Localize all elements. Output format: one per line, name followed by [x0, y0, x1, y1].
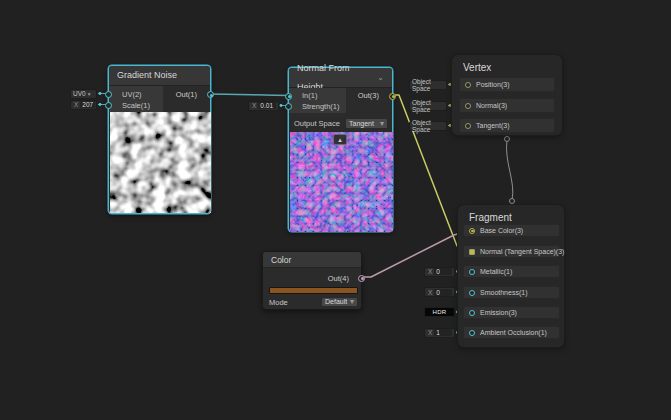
- smoothness-value-field[interactable]: X 0: [424, 287, 455, 297]
- metallic-value[interactable]: 0: [434, 268, 452, 275]
- gradient-noise-title-label: Gradient Noise: [117, 66, 177, 85]
- gradient-noise-scale-port[interactable]: [105, 102, 112, 109]
- nfh-out-port-dot: [392, 95, 395, 98]
- gradient-noise-out-port-dot: [210, 94, 213, 97]
- metallic-value-field[interactable]: X 0: [424, 267, 455, 277]
- fragment-metallic-label: Metallic(1): [480, 268, 512, 275]
- color-mode-value: Default: [325, 298, 347, 305]
- node-normal-from-height[interactable]: Normal From Height ⌄ In(1) Strength(1) O…: [288, 67, 393, 232]
- color-out-port[interactable]: [358, 275, 365, 282]
- ao-value-field[interactable]: X 1: [424, 328, 455, 338]
- fragment-basecolor-label: Base Color(3): [480, 227, 523, 234]
- vertex-position-label: Position(3): [476, 81, 509, 88]
- collapse-chevron-icon: ▴: [338, 136, 342, 143]
- strength-field-axis-label: X: [252, 102, 256, 109]
- strength-field-value[interactable]: 0.01: [258, 102, 276, 109]
- nfh-in-port-dot: [288, 95, 291, 98]
- vertex-block-title: Vertex: [452, 55, 562, 73]
- vertex-position-row[interactable]: Position(3): [459, 77, 555, 92]
- fragment-normal-row[interactable]: Normal (Tangent Space)(3): [463, 245, 560, 258]
- color-swatch[interactable]: [269, 287, 358, 294]
- fragment-metallic-row[interactable]: Metallic(1): [463, 265, 560, 278]
- tangent-space-value: Object Space: [412, 119, 444, 133]
- fragment-normal-port[interactable]: [469, 249, 475, 255]
- vertex-position-space-chip[interactable]: Object Space: [409, 80, 447, 90]
- fragment-block[interactable]: Fragment Base Color(3) Normal (Tangent S…: [458, 205, 564, 347]
- fragment-smoothness-port[interactable]: [469, 290, 475, 296]
- vertex-normal-row[interactable]: Normal(3): [459, 98, 555, 113]
- normal-space-value: Object Space: [412, 99, 444, 113]
- gradient-noise-scale-label: Scale(1): [122, 101, 150, 111]
- vertex-tangent-port[interactable]: [465, 123, 471, 129]
- metallic-axis-label: X: [428, 268, 432, 275]
- vertex-position-port[interactable]: [465, 82, 471, 88]
- nfh-strength-field[interactable]: X 0.01: [248, 101, 279, 111]
- edge-vertex-to-fragment-connector: [507, 140, 513, 200]
- gradient-noise-out-port[interactable]: [207, 91, 214, 98]
- gradient-noise-scale-field[interactable]: X 207: [70, 100, 97, 110]
- vertex-block[interactable]: Vertex Position(3) Normal(3) Tangent(3): [452, 55, 562, 135]
- gradient-noise-preview: [110, 112, 211, 213]
- nfh-out-port[interactable]: [389, 93, 396, 100]
- fragment-emission-row[interactable]: Emission(3): [463, 306, 560, 319]
- fragment-basecolor-port-dot: [471, 230, 474, 233]
- smoothness-value[interactable]: 0: [434, 289, 452, 296]
- fragment-normal-label: Normal (Tangent Space)(3): [480, 248, 564, 255]
- edge-gradientnoise-to-normalfromheight[interactable]: [205, 94, 290, 96]
- node-color[interactable]: Color Out(4) Mode Default ▾: [262, 251, 362, 310]
- color-mode-dropdown[interactable]: Default ▾: [321, 297, 358, 307]
- shader-graph-canvas[interactable]: Gradient Noise UV(2) Scale(1) Out(1): [0, 0, 671, 420]
- emission-hdr-color-field[interactable]: HDR: [424, 307, 455, 317]
- normal-map-preview: [290, 132, 393, 232]
- vertex-normal-port[interactable]: [465, 103, 471, 109]
- scale-field-axis-label: X: [74, 101, 78, 108]
- nfh-in-port[interactable]: [285, 93, 292, 100]
- gradient-noise-out-label: Out(1): [176, 90, 197, 100]
- connector-endpoint-bottom: [510, 199, 515, 204]
- fragment-ao-row[interactable]: Ambient Occlusion(1): [463, 326, 560, 339]
- position-space-value: Object Space: [412, 78, 444, 92]
- color-node-title[interactable]: Color: [263, 252, 361, 268]
- ao-axis-label: X: [428, 329, 432, 336]
- output-space-label: Output Space: [294, 119, 340, 128]
- output-space-dropdown[interactable]: Tangent ▾: [345, 118, 388, 129]
- hdr-badge: HDR: [433, 309, 447, 315]
- color-node-title-label: Color: [271, 252, 291, 268]
- ao-value[interactable]: 1: [434, 329, 452, 336]
- uv-channel-dropdown-arrow: ▾: [88, 91, 91, 97]
- fragment-basecolor-port[interactable]: [469, 228, 475, 234]
- chevron-down-icon[interactable]: ⌄: [377, 74, 384, 82]
- smoothness-axis-label: X: [428, 289, 432, 296]
- gradient-noise-title[interactable]: Gradient Noise: [109, 66, 210, 86]
- vertex-normal-label: Normal(3): [476, 102, 507, 109]
- nfh-strength-port[interactable]: [285, 103, 292, 110]
- fragment-block-title: Fragment: [458, 205, 564, 223]
- color-mode-label: Mode: [269, 298, 288, 307]
- nfh-strength-label: Strength(1): [302, 102, 340, 112]
- normal-from-height-title[interactable]: Normal From Height ⌄: [289, 68, 392, 88]
- gradient-noise-uv-port[interactable]: [105, 91, 112, 98]
- fragment-metallic-port[interactable]: [469, 269, 475, 275]
- color-out-port-dot: [361, 277, 364, 280]
- uv-channel-value: UV0: [73, 90, 86, 97]
- preview-collapse-button[interactable]: ▴: [333, 134, 347, 145]
- fragment-smoothness-label: Smoothness(1): [480, 289, 527, 296]
- fragment-ao-label: Ambient Occlusion(1): [480, 329, 547, 336]
- connector-endpoint-top: [505, 137, 510, 142]
- output-space-dropdown-arrow: ▾: [380, 120, 384, 128]
- fragment-ao-port[interactable]: [469, 330, 475, 336]
- vertex-tangent-row[interactable]: Tangent(3): [459, 118, 555, 133]
- nfh-in-label: In(1): [302, 91, 317, 101]
- gradient-noise-uv-channel-dropdown[interactable]: UV0 ▾: [70, 89, 97, 99]
- fragment-basecolor-row[interactable]: Base Color(3): [463, 224, 560, 237]
- node-gradient-noise[interactable]: Gradient Noise UV(2) Scale(1) Out(1): [108, 65, 211, 214]
- fragment-smoothness-row[interactable]: Smoothness(1): [463, 286, 560, 299]
- fragment-emission-label: Emission(3): [480, 309, 517, 316]
- gradient-noise-uv-label: UV(2): [122, 90, 142, 100]
- vertex-tangent-space-chip[interactable]: Object Space: [409, 121, 447, 131]
- fragment-emission-port[interactable]: [469, 310, 475, 316]
- vertex-tangent-label: Tangent(3): [476, 122, 509, 129]
- scale-field-value[interactable]: 207: [80, 101, 95, 108]
- vertex-normal-space-chip[interactable]: Object Space: [409, 101, 447, 111]
- nfh-out-label: Out(3): [358, 91, 379, 101]
